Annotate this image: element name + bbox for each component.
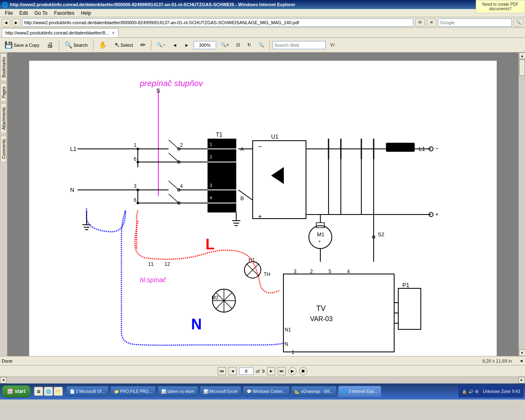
taskbar-item-4[interactable]: 💬 Windows Comm... [243,386,290,397]
back-button[interactable]: ◄ [2,18,10,27]
addressbar: ◄ ► ⟳ ✕ 🔍 [0,17,525,28]
lbl-4: 4 [180,183,183,189]
label-N-big: N [191,316,202,333]
label-L-big: L [205,236,215,253]
pages-tab[interactable]: Pages [0,83,7,102]
google-search-icon[interactable]: 🔍 [514,18,523,27]
select-button[interactable]: ↖ Select [112,39,136,51]
menu-help[interactable]: Help [78,9,94,17]
tv-4: 4 [347,269,350,274]
zoom-previous-button[interactable]: ◄ [170,39,180,51]
svg-rect-31 [208,139,236,212]
find-button[interactable]: 🔍 [256,39,267,51]
google-search-input[interactable] [438,18,512,27]
taskbar-item-1[interactable]: 📁 PRO.FILE PRO... [110,386,156,397]
m1-plus: + [318,239,321,244]
next-page-button[interactable]: ► [267,367,275,375]
menu-edit[interactable]: Edit [16,9,31,17]
taskbar-item-6[interactable]: 🌐 3 Internet Exp... [338,386,381,397]
tab-close-icon[interactable]: ✕ [112,31,115,35]
first-page-button[interactable]: ⏮ [218,367,226,375]
zoom-out-button[interactable]: 🔍− [154,39,168,51]
menu-favorites[interactable]: Favorites [51,9,78,17]
browser-tab[interactable]: http://www2.produktinfo.conrad.de/datenb… [2,28,119,37]
label-s2: S2 [378,231,384,237]
label-m2: M2 [212,295,219,301]
taskbar-item-0[interactable]: 📄 2 Microsoft Of... [66,386,109,397]
label-th: TH [264,272,270,277]
hand-icon: ✋ [99,41,107,49]
attachments-tab[interactable]: Attachments [0,103,7,134]
pdf-notice-button[interactable]: Need to create PDF documents? [476,0,525,13]
label-s: S [156,87,160,94]
ie-quick-button[interactable]: 🌐 [44,387,53,396]
forward-button[interactable]: ► [12,18,21,27]
taskbar-item-3[interactable]: 📊 Microsoft Excel [200,386,241,397]
cursor-icon: ↖ [114,41,120,49]
h-scroll-track[interactable] [7,377,518,383]
svg-rect-0 [29,61,497,356]
lbl-12: 12 [164,261,170,267]
zoom-in-button[interactable]: 🔍+ [218,39,232,51]
fit-button[interactable]: ⊡ [233,39,243,51]
toolbar-separator-3 [151,40,151,50]
taskbar-item-5[interactable]: 📐 eDrawings - [66... [291,386,337,397]
pdf-area: prepínač stupňov S L1 N [7,52,518,356]
last-page-button[interactable]: ⏭ [278,367,286,375]
toolbar-separator-4 [269,40,270,50]
menu-goto[interactable]: Go To [31,9,51,17]
scroll-down-button[interactable]: ▼ [519,349,525,356]
t1-top-1: 1 [210,142,212,147]
audio-play-button[interactable]: ▶ [288,367,297,375]
taskbar-icon-4: 💬 [247,389,251,394]
prev-page-button[interactable]: ◄ [228,367,237,375]
refresh-button[interactable]: ⟳ [415,18,425,27]
systray-icon-sound: 🔊 [468,389,473,394]
scroll-thumb[interactable] [519,59,525,76]
scroll-track[interactable] [519,59,525,349]
taskbar-icon-0: 📄 [70,389,75,394]
annotation-prepinak: prepínač stupňov [139,79,203,88]
search-web-input[interactable] [272,41,326,49]
print-button[interactable]: 🖨 [44,39,56,51]
zoom-next-button[interactable]: ► [182,39,192,51]
search-button[interactable]: 🔍 Search [62,39,91,51]
comments-tab[interactable]: Comments [0,135,7,162]
current-page-input[interactable] [239,368,253,375]
print-icon: 🖨 [47,41,53,49]
menu-file[interactable]: File [2,9,16,17]
toolbar-separator-2 [93,40,94,50]
save-icon: 💾 [5,41,13,49]
systray: 🔒 🔊 ⚙ Unknown Zone 9:43 [459,385,523,397]
address-input[interactable] [22,18,413,27]
yahoo-button[interactable]: Y! [327,39,337,51]
taskbar-item-2[interactable]: 📊 dalem vs elsim [158,386,198,397]
scroll-left-btn[interactable]: ◄ [0,377,7,383]
explorer-quick-button[interactable]: 📁 [54,387,63,396]
markup-button[interactable]: ✏ [137,39,148,51]
label-n1: N1 [285,327,291,333]
show-desktop-button[interactable]: 🖥 [34,387,43,396]
scroll-right-btn[interactable]: ► [518,377,525,383]
stop-button[interactable]: ✕ [427,18,436,27]
rotate-button[interactable]: ↻ [244,39,254,51]
toolbar-separator-1 [59,40,59,50]
statusbar: Done 8,26 x 11,69 in ◄ [0,356,525,365]
horizontal-scrollbar[interactable]: ◄ ► [0,377,525,383]
scroll-up-button[interactable]: ▲ [519,52,525,59]
tab-label: http://www2.produktinfo.conrad.de/datenb… [5,30,109,35]
t1-top-2: 2 [210,154,212,159]
vertical-scrollbar[interactable]: ▲ ▼ [518,52,525,356]
bookmarks-tab[interactable]: Bookmarks [0,53,7,81]
zoom-level-input[interactable] [194,41,216,49]
save-copy-button[interactable]: 💾 Save a Copy [2,39,42,51]
hand-tool-button[interactable]: ✋ [96,39,110,51]
terminal-plus: + [435,211,438,217]
page-separator: of [256,369,260,374]
t1-bot-3: 3 [210,183,212,188]
markup-icon: ✏ [140,41,146,49]
start-button[interactable]: 🪟 start [2,385,31,397]
scroll-left-button[interactable]: ◄ [519,358,523,363]
svg-rect-50 [386,143,415,152]
audio-stop-button[interactable]: ⏹ [299,367,307,375]
